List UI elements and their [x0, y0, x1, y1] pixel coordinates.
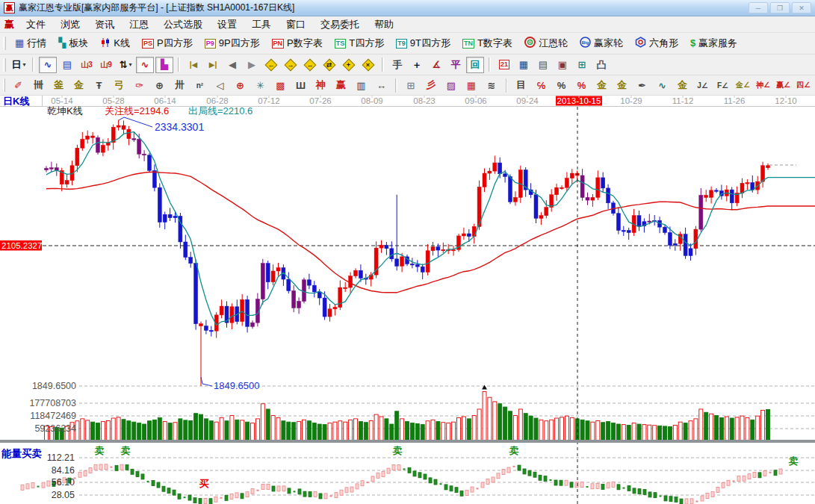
period-day-dropdown[interactable]: 日▾ — [10, 57, 28, 73]
freehand-blue-tool[interactable]: ∿ — [39, 57, 57, 73]
last-page-button[interactable]: ▶| — [204, 57, 222, 73]
shen-grid-tool[interactable]: 神 — [312, 78, 330, 93]
ink-brush-tool[interactable]: ✒ — [633, 78, 651, 93]
percent-tool[interactable]: % — [552, 78, 571, 93]
volume-bar — [483, 391, 486, 441]
sectors-button[interactable]: ▚板块 — [52, 35, 94, 52]
calendar-21-button[interactable]: 21 — [495, 57, 513, 73]
menu-item-2[interactable]: 浏览 — [53, 16, 87, 33]
menu-item-10[interactable]: 帮助 — [367, 16, 401, 33]
menu-item-8[interactable]: 窗口 — [279, 16, 313, 33]
toolbar-drag-handle[interactable] — [3, 78, 5, 92]
purple-box-fan-tool[interactable]: ▨ — [442, 78, 461, 93]
web-box-tool[interactable]: ▩ — [271, 78, 290, 93]
clock-cycle-tool[interactable]: ⊕ — [150, 78, 169, 93]
color-histogram-button[interactable]: ▙ — [155, 57, 173, 73]
comb2-tool[interactable]: 卅 — [170, 78, 189, 93]
maximize-button[interactable]: ❐ — [770, 2, 790, 13]
wave-count-tool[interactable]: Ш — [291, 78, 310, 93]
red-fan-tool[interactable]: 彡 — [422, 78, 441, 93]
span-measure-tool[interactable]: ↔ — [372, 78, 391, 93]
f-angle-tool[interactable]: F∠ — [713, 78, 732, 93]
calculator-button[interactable]: ▦ — [515, 57, 533, 73]
gold-comb-tool[interactable]: 金 — [673, 78, 692, 93]
minimize-button[interactable]: ─ — [749, 2, 768, 13]
menu-item-7[interactable]: 工具 — [244, 16, 279, 33]
pan-hand-tool[interactable]: 手 — [388, 57, 406, 73]
toolbar-drag-handle[interactable] — [3, 58, 6, 72]
crosshair-tool[interactable]: ＋ — [408, 57, 426, 73]
prev-button[interactable]: ◀ — [223, 57, 241, 73]
flag-tool[interactable]: ◁ — [211, 78, 229, 93]
ying-angle-tool[interactable]: 赢∠ — [774, 78, 793, 93]
chart3-button[interactable]: 山3 — [78, 57, 96, 73]
menu-item-4[interactable]: 江恩 — [122, 16, 156, 33]
red-box-grid-tool[interactable]: ▦ — [462, 78, 481, 93]
toolbar-drag-handle[interactable] — [3, 37, 6, 50]
percent-line-tool[interactable]: % — [572, 78, 591, 93]
hexagon-button[interactable]: 六角形 — [629, 35, 684, 52]
percent-red-tool[interactable]: ℅ — [532, 78, 551, 93]
gold-angle-tool[interactable]: 金∠ — [734, 78, 752, 93]
gold-grid-tool[interactable]: 金 — [69, 78, 88, 93]
gold-kettle-tool[interactable]: 釜 — [49, 78, 68, 93]
winner-wheel-button[interactable]: Big赢家轮 — [574, 35, 629, 52]
9t-square-button[interactable]: T99T四方形 — [390, 35, 456, 52]
gann-wheel-button[interactable]: 江恩轮 — [518, 35, 574, 52]
j-angle-tool[interactable]: J∠ — [693, 78, 712, 93]
column-chart-tool[interactable]: 目 — [512, 78, 530, 93]
winner-service-button[interactable]: $赢家服务 — [684, 35, 743, 52]
p-number-button[interactable]: PNP数字表 — [266, 35, 329, 52]
pen-tool[interactable]: ✐ — [9, 78, 28, 93]
ying-grid-tool[interactable]: 赢 — [332, 78, 350, 93]
freehand-red-tool[interactable]: ∿ — [136, 57, 154, 73]
gann-comb-tool[interactable]: 卌 — [29, 78, 48, 93]
shen-angle-tool[interactable]: 神∠ — [754, 78, 772, 93]
pen2-tool[interactable]: ✑ — [130, 78, 149, 93]
pan-right-button[interactable]: → — [282, 57, 300, 73]
save-button[interactable]: ▣ — [554, 57, 571, 73]
swap-button[interactable]: ⇄ — [320, 57, 338, 73]
wave-box-tool[interactable]: ∿ — [653, 78, 672, 93]
p-square-button[interactable]: PSP四方形 — [136, 35, 199, 52]
target-cycle-tool[interactable]: ⊕ — [231, 78, 250, 93]
close-button[interactable]: ✕ — [792, 2, 811, 13]
t-square-button[interactable]: TST四方形 — [329, 35, 390, 52]
si-angle-tool[interactable]: 四∠ — [794, 78, 813, 93]
f-comb-tool[interactable]: Ŧ — [90, 78, 108, 93]
quotes-button[interactable]: ▦行情 — [9, 35, 52, 52]
menu-item-6[interactable]: 设置 — [210, 16, 244, 33]
zoom-out-button[interactable]: × — [359, 57, 377, 73]
n-square-tool[interactable]: n² — [190, 78, 209, 93]
gann-flat-tool[interactable]: 平 — [447, 57, 465, 73]
menu-item-3[interactable]: 资讯 — [87, 16, 122, 33]
bow-comb-tool[interactable]: 弓 — [110, 78, 128, 93]
info-note-button[interactable]: ▤ — [58, 57, 76, 73]
pan-both-button[interactable]: ↔ — [301, 57, 319, 73]
indicator-bar — [591, 484, 594, 489]
angle-measure-tool[interactable]: ∡ — [427, 57, 445, 73]
menu-item-1[interactable]: 文件 — [19, 16, 53, 33]
print-button[interactable]: 凸 — [592, 57, 610, 73]
menu-item-9[interactable]: 交易委托 — [313, 16, 367, 33]
chart9-button[interactable]: 山9 — [97, 57, 115, 73]
notepad-button[interactable]: ▤ — [534, 57, 552, 73]
gann-maze-tool[interactable]: 回 — [466, 57, 484, 73]
t-number-button[interactable]: TNT数字表 — [456, 35, 518, 52]
window-grid-tool[interactable]: ⊞ — [402, 78, 421, 93]
ruler-123-tool[interactable]: ▥ — [352, 78, 371, 93]
gold-line-tool[interactable]: 金 — [613, 78, 631, 93]
next-button[interactable]: ▶ — [243, 57, 261, 73]
remote-desktop-button[interactable]: ⊞ — [573, 57, 591, 73]
first-page-button[interactable]: |◀ — [185, 57, 202, 73]
candle-style-dropdown[interactable]: ⇅▾ — [117, 57, 134, 73]
spiderweb-tool[interactable]: ✳ — [251, 78, 270, 93]
9p-square-button[interactable]: P99P四方形 — [199, 35, 266, 52]
zoom-in-button[interactable]: + — [340, 57, 358, 73]
gold-circle-tool[interactable]: 金 — [592, 78, 611, 93]
chart-canvas[interactable]: 卖卖买卖卖卖05-1405-2806-1406-2807-1207-2608-0… — [0, 96, 815, 504]
fan-lines-tool[interactable]: ≋ — [483, 78, 501, 93]
pan-left-button[interactable]: ← — [262, 57, 280, 73]
menu-item-5[interactable]: 公式选股 — [156, 16, 210, 33]
kline-button[interactable]: K线 — [94, 35, 136, 52]
